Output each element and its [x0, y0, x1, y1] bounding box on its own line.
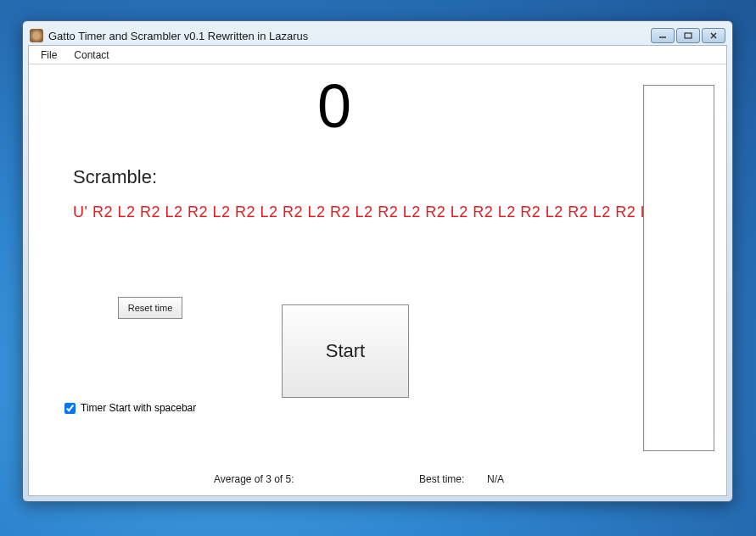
spacebar-checkbox-label: Timer Start with spacebar	[81, 402, 196, 414]
window-title: Gatto Timer and Scrambler v0.1 Rewritten…	[48, 30, 651, 42]
best-time-value: N/A	[487, 473, 504, 485]
client-area: File Contact 0 Scramble: U' R2 L2 R2 L2 …	[28, 45, 727, 496]
app-icon	[30, 29, 43, 42]
menu-file[interactable]: File	[32, 47, 65, 64]
svg-rect-1	[685, 33, 692, 38]
main-content: 0 Scramble: U' R2 L2 R2 L2 R2 L2 R2 L2 R…	[29, 64, 726, 495]
best-time-label: Best time:	[419, 473, 464, 485]
close-button[interactable]	[702, 28, 725, 43]
timer-display: 0	[29, 71, 640, 141]
maximize-button[interactable]	[676, 28, 700, 43]
history-listbox[interactable]	[643, 85, 714, 451]
scramble-label: Scramble:	[73, 166, 157, 188]
reset-time-button[interactable]: Reset time	[118, 297, 182, 319]
average-label: Average of 3 of 5:	[214, 473, 294, 485]
menubar: File Contact	[29, 46, 726, 64]
minimize-button[interactable]	[651, 28, 675, 43]
start-button[interactable]: Start	[282, 304, 409, 398]
spacebar-checkbox-row[interactable]: Timer Start with spacebar	[64, 402, 196, 414]
window-controls	[651, 28, 725, 43]
titlebar[interactable]: Gatto Timer and Scrambler v0.1 Rewritten…	[28, 26, 727, 45]
spacebar-checkbox[interactable]	[64, 403, 76, 414]
scramble-sequence: U' R2 L2 R2 L2 R2 L2 R2 L2 R2 L2 R2 L2 R…	[73, 204, 658, 221]
menu-contact[interactable]: Contact	[65, 47, 117, 64]
app-window: Gatto Timer and Scrambler v0.1 Rewritten…	[22, 20, 733, 502]
